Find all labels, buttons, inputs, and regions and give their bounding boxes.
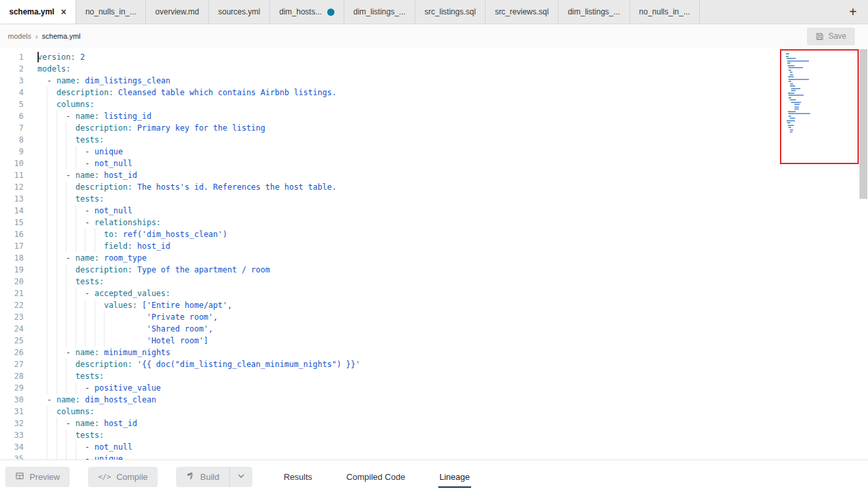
bottom-tab-lineage[interactable]: Lineage bbox=[438, 460, 471, 493]
indent-guide bbox=[47, 382, 47, 394]
code-line[interactable]: description: Primary key for the listing bbox=[37, 122, 868, 134]
code-line[interactable]: - name: listing_id bbox=[37, 110, 868, 122]
code-line[interactable]: tests: bbox=[37, 370, 868, 382]
table-preview-icon bbox=[15, 471, 24, 482]
minimap-line bbox=[786, 106, 856, 108]
indent-guide bbox=[47, 335, 47, 347]
editor-scrollbar[interactable] bbox=[859, 48, 868, 460]
editor-tab[interactable]: sources.yml bbox=[209, 0, 270, 24]
indent-guide bbox=[66, 311, 66, 323]
code-line[interactable]: - name: dim_listings_clean bbox=[37, 75, 868, 87]
save-button[interactable]: Save bbox=[807, 28, 855, 45]
code-line[interactable]: tests: bbox=[37, 134, 868, 146]
unsaved-changes-icon bbox=[327, 9, 334, 16]
code-line[interactable]: 'Hotel room'] bbox=[37, 335, 868, 347]
line-number: 7 bbox=[0, 122, 24, 134]
minimap-line bbox=[786, 72, 856, 73]
code-editor-content[interactable]: version: 2models: - name: dim_listings_c… bbox=[24, 51, 868, 460]
indent-guide bbox=[47, 122, 47, 134]
indent-guide bbox=[95, 299, 95, 311]
build-options-dropdown-button[interactable] bbox=[229, 467, 252, 487]
indent-guide bbox=[47, 98, 47, 110]
minimap-line bbox=[786, 74, 856, 75]
scrollbar-thumb[interactable] bbox=[859, 49, 867, 199]
new-tab-button[interactable]: + bbox=[838, 0, 868, 24]
editor-tab[interactable]: src_reviews.sql bbox=[486, 0, 559, 24]
indent-guide bbox=[47, 323, 47, 335]
indent-guide bbox=[76, 228, 76, 240]
code-editor: 1234567891011121314151617181920212223242… bbox=[0, 48, 868, 460]
indent-guide bbox=[66, 453, 66, 460]
preview-button[interactable]: Preview bbox=[5, 467, 70, 487]
code-line[interactable]: - unique bbox=[37, 453, 868, 460]
editor-tab[interactable]: no_nulls_in_... bbox=[630, 0, 700, 24]
minimap-line bbox=[786, 53, 856, 54]
bottom-tab-compiled-code[interactable]: Compiled Code bbox=[345, 460, 407, 493]
line-number: 9 bbox=[0, 146, 24, 158]
code-line[interactable]: columns: bbox=[37, 406, 868, 418]
code-line[interactable]: tests: bbox=[37, 429, 868, 441]
code-line[interactable]: 'Private room', bbox=[37, 311, 868, 323]
bottom-action-bar: Preview </> Compile Build bbox=[0, 460, 868, 493]
editor-tab[interactable]: schema.yml× bbox=[0, 0, 76, 24]
tab-label: dim_listings_... bbox=[568, 7, 620, 16]
bottom-tab-results[interactable]: Results bbox=[283, 460, 313, 493]
minimap[interactable] bbox=[780, 49, 859, 164]
indent-guide bbox=[66, 358, 66, 370]
editor-tab[interactable]: dim_hosts... bbox=[270, 0, 344, 24]
indent-guide bbox=[47, 110, 47, 122]
indent-guide bbox=[57, 146, 57, 158]
code-line[interactable]: description: Type of the apartment / roo… bbox=[37, 264, 868, 276]
code-line[interactable]: values: ['Entire home/apt', bbox=[37, 299, 868, 311]
code-line[interactable]: - name: host_id bbox=[37, 169, 868, 181]
minimap-line bbox=[786, 70, 856, 71]
compile-button[interactable]: </> Compile bbox=[88, 467, 158, 487]
code-line[interactable]: - not_null bbox=[37, 205, 868, 217]
code-line[interactable]: - not_null bbox=[37, 158, 868, 169]
minimap-line bbox=[786, 118, 856, 119]
code-line[interactable]: to: ref('dim_hosts_clean') bbox=[37, 228, 868, 240]
indent-guide bbox=[66, 146, 66, 158]
editor-tab[interactable]: overview.md bbox=[146, 0, 209, 24]
code-line[interactable]: field: host_id bbox=[37, 240, 868, 252]
code-line[interactable]: - name: dim_hosts_clean bbox=[37, 394, 868, 406]
code-line[interactable]: - unique bbox=[37, 146, 868, 158]
code-line[interactable]: tests: bbox=[37, 276, 868, 288]
code-line[interactable]: - positive_value bbox=[37, 382, 868, 394]
code-line[interactable]: tests: bbox=[37, 193, 868, 205]
indent-guide bbox=[104, 311, 104, 323]
code-line[interactable]: models: bbox=[37, 63, 868, 75]
code-line[interactable]: description: '{{ doc("dim_listing_clean_… bbox=[37, 358, 868, 370]
build-button[interactable]: Build bbox=[176, 467, 229, 487]
code-line[interactable]: columns: bbox=[37, 98, 868, 110]
code-line[interactable]: version: 2 bbox=[37, 51, 868, 63]
indent-guide bbox=[57, 441, 57, 453]
indent-guide bbox=[47, 264, 47, 276]
code-line[interactable]: 'Shared room', bbox=[37, 323, 868, 335]
code-line[interactable]: description: The hosts's id. References … bbox=[37, 181, 868, 193]
indent-guide bbox=[57, 240, 57, 252]
breadcrumb-file: schema.yml bbox=[42, 32, 81, 40]
minimap-line bbox=[786, 79, 856, 80]
tab-label: schema.yml bbox=[9, 7, 55, 16]
code-line[interactable]: - not_null bbox=[37, 441, 868, 453]
indent-guide bbox=[95, 228, 95, 240]
close-tab-icon[interactable]: × bbox=[61, 7, 66, 16]
code-line[interactable]: - accepted_values: bbox=[37, 288, 868, 299]
indent-guide bbox=[47, 276, 47, 288]
code-line[interactable]: description: Cleansed table which contai… bbox=[37, 87, 868, 98]
editor-tab[interactable]: src_listings.sql bbox=[415, 0, 486, 24]
indent-guide bbox=[57, 335, 57, 347]
breadcrumb-folder[interactable]: models bbox=[8, 32, 31, 40]
editor-tab[interactable]: no_nulls_in_... bbox=[76, 0, 146, 24]
code-line[interactable]: - name: room_type bbox=[37, 252, 868, 264]
code-line[interactable]: - relationships: bbox=[37, 217, 868, 228]
code-line[interactable]: - name: minimum_nights bbox=[37, 347, 868, 358]
code-line[interactable]: - name: host_id bbox=[37, 418, 868, 429]
editor-tab[interactable]: dim_listings_... bbox=[344, 0, 415, 24]
build-button-label: Build bbox=[200, 472, 219, 482]
indent-guide bbox=[66, 288, 66, 299]
hammer-icon bbox=[186, 471, 195, 482]
indent-guide bbox=[47, 169, 47, 181]
editor-tab[interactable]: dim_listings_... bbox=[559, 0, 629, 24]
